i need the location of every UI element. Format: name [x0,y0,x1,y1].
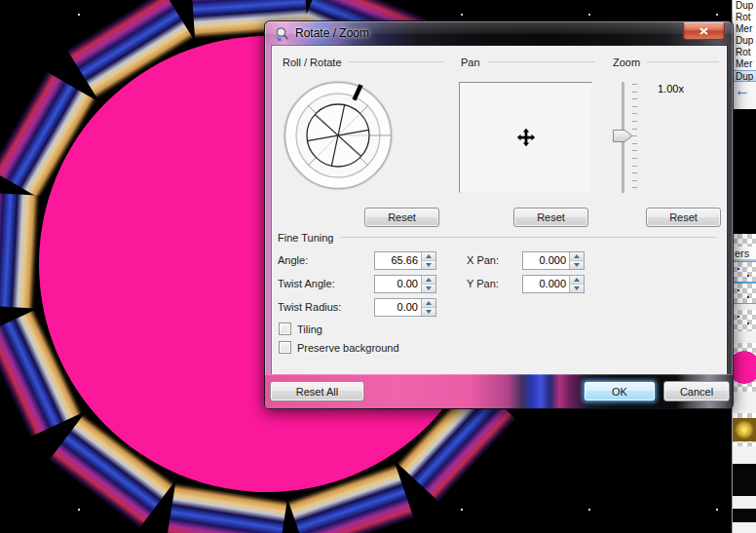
layer-thumbnail-black[interactable] [733,464,756,496]
layer-thumbnail-yellow-ball[interactable] [733,413,756,446]
twist-radius-label: Twist Radius: [278,301,341,313]
layer-thumbnail-black[interactable] [733,509,756,522]
spinner [421,252,435,269]
pan-control[interactable] [459,82,592,193]
twist-angle-value[interactable]: 0.00 [375,276,421,292]
spin-up-button[interactable] [569,276,584,284]
group-label: Fine Tuning [278,232,333,244]
spacer [733,496,756,509]
group-label: Roll / Rotate [283,57,342,68]
y-pan-input[interactable]: 0.000 [522,275,585,293]
history-item[interactable]: Mer [733,58,756,70]
history-item[interactable]: Dup [733,70,756,82]
history-item[interactable]: Rot [733,47,756,58]
spin-up-button[interactable] [421,299,435,307]
rotate-zoom-dialog: Rotate / Zoom Roll / Rotate Pan Zoom [264,20,734,409]
dialog-footer: Reset All OK Cancel [265,374,733,408]
x-pan-label: X Pan: [467,254,499,266]
layer-thumbnail-pink-circle[interactable] [733,343,756,392]
twist-angle-label: Twist Angle: [278,278,335,289]
spacer [733,331,756,343]
group-fine-tuning: Fine Tuning [278,231,716,244]
spin-down-button[interactable] [421,260,435,269]
layers-panel: ers [732,234,756,533]
dialog-client-area: Roll / Rotate Pan Zoom [272,46,727,376]
history-panel: Dup Rot Mer Dup Rot Mer Dup ← [732,0,756,109]
twist-radius-input[interactable]: 0.00 [374,298,436,317]
rotate-zoom-icon [275,26,290,42]
ring-segment [0,193,41,309]
divider [340,237,716,238]
history-item[interactable]: Dup [733,0,756,12]
twist-angle-input[interactable]: 0.00 [374,275,436,293]
divider [349,61,444,62]
ok-button[interactable]: OK [584,381,656,401]
spin-down-button[interactable] [421,284,435,292]
angle-label: Angle: [278,254,308,266]
reset-zoom-button[interactable]: Reset [646,208,721,227]
close-icon [699,27,708,35]
preserve-background-label: Preserve background [297,342,399,354]
close-button[interactable] [683,22,725,40]
tiling-checkbox[interactable] [279,323,291,335]
reset-roll-button[interactable]: Reset [364,208,439,227]
undo-arrow-icon[interactable]: ← [733,82,756,99]
history-item[interactable]: Dup [733,35,756,47]
layer-thumbnail[interactable] [733,283,756,304]
divider [647,61,719,62]
spin-down-button[interactable] [421,307,435,316]
layers-panel-title: ers [733,247,756,261]
zoom-slider-thumb[interactable] [613,130,633,142]
spinner [569,252,584,269]
move-cursor-icon [515,127,537,148]
spinner [421,276,435,292]
y-pan-label: Y Pan: [467,278,499,289]
spin-down-button[interactable] [569,260,584,269]
group-zoom: Zoom [613,56,719,68]
spinner [569,276,584,292]
layer-thumbnail[interactable] [733,234,756,247]
canvas-background: Dup Rot Mer Dup Rot Mer Dup ← ers [0,0,756,533]
spin-up-button[interactable] [421,252,435,260]
angle-value[interactable]: 65.66 [375,252,421,269]
spacer [733,446,756,464]
group-pan: Pan [461,56,594,68]
spin-up-button[interactable] [569,252,584,260]
reset-pan-button[interactable]: Reset [513,208,588,227]
group-label: Zoom [613,57,640,68]
group-label: Pan [461,57,480,68]
angle-input[interactable]: 65.66 [374,251,436,270]
x-pan-input[interactable]: 0.000 [522,251,585,270]
divider [487,61,594,62]
group-roll-rotate: Roll / Rotate [283,56,444,68]
spin-up-button[interactable] [421,276,435,284]
y-pan-value[interactable]: 0.000 [523,276,569,292]
spin-down-button[interactable] [569,284,584,292]
spinner [421,299,435,316]
layer-thumbnail[interactable] [733,310,756,331]
layer-thumbnail[interactable] [733,261,756,283]
tiling-checkbox-row: Tiling [279,323,322,335]
roll-rotate-trackball[interactable] [282,79,395,192]
preserve-background-checkbox-row: Preserve background [279,341,399,354]
history-item[interactable]: Rot [733,12,756,23]
zoom-slider[interactable] [616,82,645,193]
preserve-background-checkbox[interactable] [279,341,291,354]
x-pan-value[interactable]: 0.000 [523,252,569,269]
history-item[interactable]: Mer [733,23,756,35]
zoom-value: 1.00x [658,83,704,95]
spacer [733,392,756,413]
twist-radius-value[interactable]: 0.00 [375,299,421,316]
dialog-title: Rotate / Zoom [295,26,369,40]
tiling-label: Tiling [297,324,322,335]
cancel-button[interactable]: Cancel [663,381,730,401]
reset-all-button[interactable]: Reset All [270,381,364,401]
dialog-titlebar[interactable]: Rotate / Zoom [265,21,733,47]
